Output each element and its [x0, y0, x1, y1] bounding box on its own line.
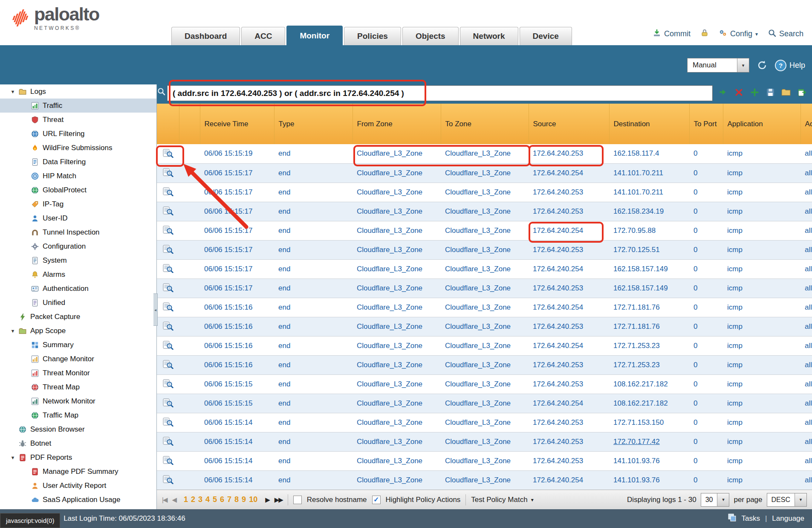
log-detail-icon[interactable] [163, 343, 173, 351]
cell-application[interactable]: icmp [723, 259, 800, 279]
cell-source[interactable]: 172.64.240.253 [529, 432, 609, 451]
sidebar-item-session-browser[interactable]: Session Browser [0, 422, 156, 436]
cell-destination[interactable]: 172.71.253.23 [609, 355, 689, 374]
help-button[interactable]: ? Help [775, 60, 805, 71]
sidebar-item-hip-match[interactable]: HIP Match [0, 169, 156, 183]
column-header-action[interactable]: Action [800, 104, 812, 144]
cell-from-zone[interactable]: Cloudflare_L3_Zone [353, 279, 441, 298]
cell-type[interactable]: end [274, 336, 353, 355]
cell-type[interactable]: end [274, 298, 353, 317]
cell-from-zone[interactable]: Cloudflare_L3_Zone [353, 183, 441, 202]
expander-icon[interactable]: ▼ [7, 89, 19, 94]
cell-action[interactable]: allow [800, 240, 812, 259]
log-detail-icon[interactable] [163, 324, 173, 332]
page-7[interactable]: 7 [227, 495, 231, 504]
sidebar-item-manage-pdf-summary[interactable]: Manage PDF Summary [0, 464, 156, 479]
cell-source[interactable]: 172.64.240.253 [529, 317, 609, 336]
cell-source[interactable]: 172.64.240.254 [529, 259, 609, 279]
expander-icon[interactable]: ▼ [7, 455, 19, 460]
cell-to-port[interactable]: 0 [689, 240, 723, 259]
first-page-button[interactable]: |◀ [162, 496, 167, 504]
sidebar-item-user-activity-report[interactable]: User Activity Report [0, 479, 156, 493]
test-policy-match-button[interactable]: Test Policy Match ▾ [471, 496, 533, 504]
page-9[interactable]: 9 [242, 495, 246, 504]
log-detail-icon[interactable] [163, 247, 173, 255]
cell-to-port[interactable]: 0 [689, 259, 723, 279]
cell-from-zone[interactable]: Cloudflare_L3_Zone [353, 336, 441, 355]
cell-source[interactable]: 172.64.240.254 [529, 470, 609, 490]
last-page-button[interactable]: ▶▶ [275, 496, 283, 504]
cell-to-zone[interactable]: Cloudflare_L3_Zone [441, 374, 529, 394]
log-detail-icon[interactable] [163, 209, 173, 217]
sidebar-item-packet-capture[interactable]: Packet Capture [0, 310, 156, 324]
cell-application[interactable]: icmp [723, 221, 800, 240]
page-6[interactable]: 6 [220, 495, 224, 504]
cell-to-zone[interactable]: Cloudflare_L3_Zone [441, 355, 529, 374]
cell-application[interactable]: icmp [723, 183, 800, 202]
sidebar-item-summary[interactable]: Summary [0, 338, 156, 352]
log-detail-icon[interactable] [163, 420, 173, 428]
cell-from-zone[interactable]: Cloudflare_L3_Zone [353, 240, 441, 259]
tab-objects[interactable]: Objects [402, 27, 459, 45]
cell-type[interactable]: end [274, 374, 353, 394]
sidebar-item-configuration[interactable]: Configuration [0, 239, 156, 253]
cell-type[interactable]: end [274, 163, 353, 183]
log-detail-icon[interactable] [163, 151, 173, 160]
cell-to-zone[interactable]: Cloudflare_L3_Zone [441, 336, 529, 355]
cell-to-zone[interactable]: Cloudflare_L3_Zone [441, 432, 529, 451]
cell-to-zone[interactable]: Cloudflare_L3_Zone [441, 298, 529, 317]
cell-from-zone[interactable]: Cloudflare_L3_Zone [353, 394, 441, 413]
cell-to-zone[interactable]: Cloudflare_L3_Zone [441, 183, 529, 202]
log-filter-input[interactable] [167, 85, 713, 101]
sidebar-item-unified[interactable]: Unified [0, 296, 156, 310]
cell-application[interactable]: icmp [723, 279, 800, 298]
cell-action[interactable]: allow [800, 298, 812, 317]
cell-type[interactable]: end [274, 470, 353, 490]
config-menu-button[interactable]: Config ▾ [719, 29, 758, 39]
sidebar-item-user-id[interactable]: User-ID [0, 211, 156, 225]
load-filter-button[interactable] [780, 86, 792, 98]
filter-magnifier-icon[interactable] [157, 87, 165, 97]
tab-monitor[interactable]: Monitor [286, 26, 343, 45]
cell-action[interactable]: allow [800, 355, 812, 374]
cell-receive-time[interactable]: 06/06 15:15:17 [200, 259, 274, 279]
cell-type[interactable]: end [274, 317, 353, 336]
cell-application[interactable]: icmp [723, 432, 800, 451]
cell-source[interactable]: 172.64.240.254 [529, 298, 609, 317]
page-8[interactable]: 8 [234, 495, 239, 504]
cell-application[interactable]: icmp [723, 240, 800, 259]
cell-application[interactable]: icmp [723, 413, 800, 432]
cell-destination[interactable]: 172.71.153.150 [609, 413, 689, 432]
highlight-policy-checkbox[interactable]: ✓ [372, 496, 381, 504]
sidebar-item-tunnel-inspection[interactable]: Tunnel Inspection [0, 225, 156, 239]
log-detail-icon[interactable] [163, 190, 173, 198]
cell-source[interactable]: 172.64.240.253 [529, 451, 609, 470]
prev-page-button[interactable]: ◀ [172, 496, 176, 504]
search-button[interactable]: Search [768, 29, 803, 39]
cell-from-zone[interactable]: Cloudflare_L3_Zone [353, 202, 441, 221]
log-detail-icon[interactable] [163, 458, 173, 467]
cell-destination[interactable]: 172.70.177.42 [609, 432, 689, 451]
cell-receive-time[interactable]: 06/06 15:15:17 [200, 202, 274, 221]
expander-icon[interactable]: ▼ [7, 328, 19, 334]
cell-source[interactable]: 172.64.240.253 [529, 355, 609, 374]
cell-from-zone[interactable]: Cloudflare_L3_Zone [353, 432, 441, 451]
cell-to-zone[interactable]: Cloudflare_L3_Zone [441, 202, 529, 221]
cell-action[interactable]: allow [800, 451, 812, 470]
sidebar-item-alarms[interactable]: Alarms [0, 267, 156, 281]
cell-receive-time[interactable]: 06/06 15:15:14 [200, 470, 274, 490]
sidebar-item-change-monitor[interactable]: Change Monitor [0, 352, 156, 366]
sidebar-item-app-scope[interactable]: ▼App Scope [0, 324, 156, 338]
cell-type[interactable]: end [274, 144, 353, 163]
cell-source[interactable]: 172.64.240.253 [529, 374, 609, 394]
log-detail-icon[interactable] [163, 363, 173, 371]
cell-type[interactable]: end [274, 451, 353, 470]
cell-destination[interactable]: 162.158.117.4 [609, 144, 689, 163]
commit-button[interactable]: Commit [653, 29, 691, 39]
tab-network[interactable]: Network [460, 27, 518, 45]
cell-to-port[interactable]: 0 [689, 336, 723, 355]
cell-destination[interactable]: 172.70.95.88 [609, 221, 689, 240]
sidebar-item-ip-tag[interactable]: IP-Tag [0, 197, 156, 211]
cell-action[interactable]: allow [800, 202, 812, 221]
cell-type[interactable]: end [274, 202, 353, 221]
